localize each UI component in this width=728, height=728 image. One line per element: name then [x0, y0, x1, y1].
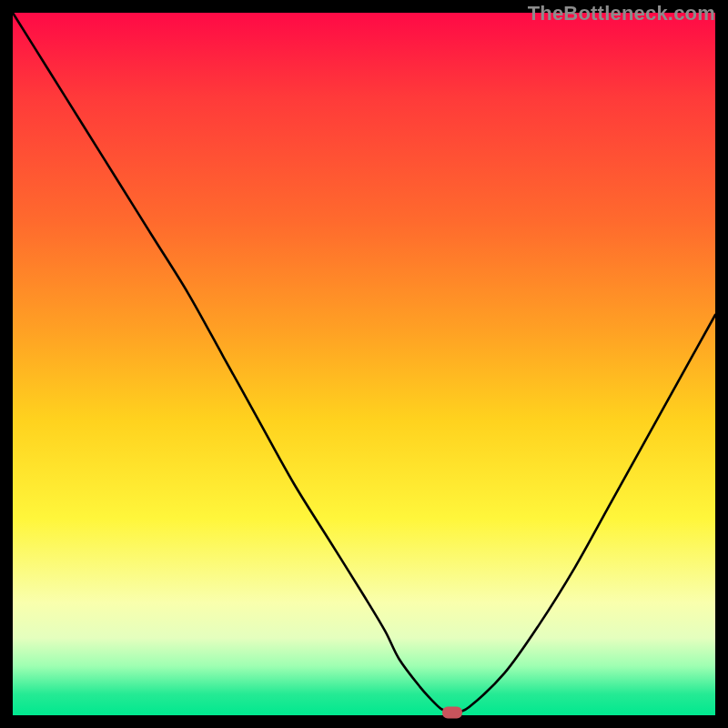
chart-frame: TheBottleneck.com [13, 13, 715, 715]
watermark-text: TheBottleneck.com [528, 2, 715, 25]
bottleneck-curve [13, 13, 715, 715]
